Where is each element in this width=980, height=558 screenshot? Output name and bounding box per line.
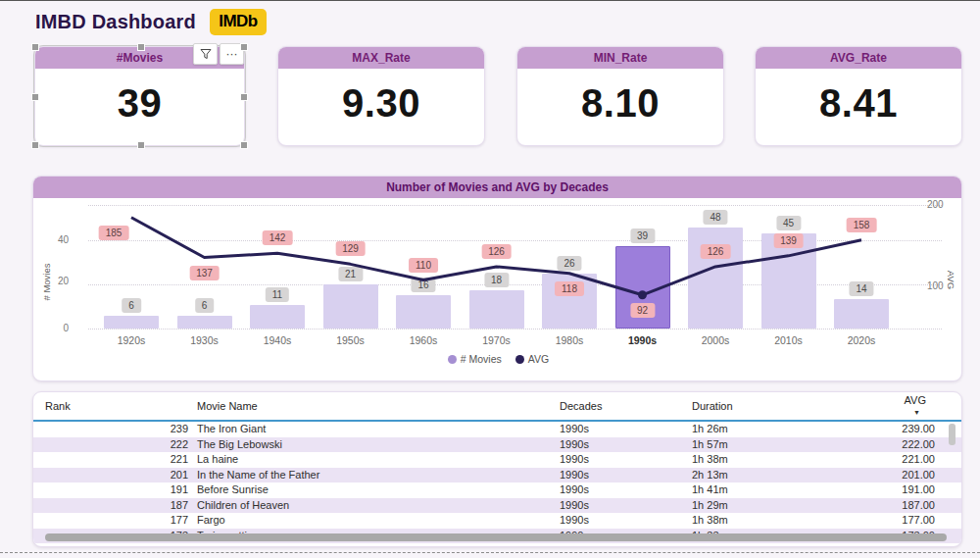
selection-handle[interactable] — [240, 93, 248, 101]
kpi-card-avg-rate-header: AVG_Rate — [756, 47, 961, 69]
bar-1930s[interactable] — [177, 316, 232, 329]
avg-label-1950s: 129 — [335, 241, 366, 256]
movie-cell: The Iron Giant — [190, 422, 560, 437]
avg-cell: 177.00 — [854, 513, 961, 529]
chart-plot-area: # Movies AVG # MoviesAVG 020401002006611… — [33, 198, 963, 380]
movies-label-1990s: 39 — [630, 228, 655, 243]
rank-cell: 239 — [33, 422, 190, 437]
duration-cell: 1h 57m — [692, 437, 854, 453]
kpi-card-min-rate[interactable]: MIN_Rate 8.10 — [516, 46, 724, 146]
selection-handle[interactable] — [31, 141, 39, 149]
decades-cell: 1990s — [560, 437, 692, 453]
legend-item--movies[interactable]: # Movies — [448, 353, 502, 365]
bar-1970s[interactable] — [469, 290, 524, 329]
imdb-logo: IMDb — [210, 9, 267, 35]
avg-cell: 222.00 — [854, 437, 961, 453]
bar-1920s[interactable] — [104, 316, 159, 329]
table-row[interactable]: 191Before Sunrise1990s1h 41m191.00 — [33, 482, 961, 498]
duration-cell: 1h 38m — [692, 513, 854, 529]
column-header-movie[interactable]: Movie Name — [190, 392, 560, 420]
left-axis-tick: 20 — [43, 276, 69, 286]
table-row[interactable]: 187Children of Heaven1990s1h 29m187.00 — [33, 498, 961, 514]
legend-label: AVG — [528, 353, 549, 365]
movies-label-1960s: 16 — [411, 278, 435, 292]
selection-handle[interactable] — [137, 141, 145, 149]
kpi-card-avg-rate-value: 8.41 — [756, 81, 961, 126]
table-row[interactable]: 221La haine1990s1h 38m221.00 — [33, 452, 961, 468]
legend-item-avg[interactable]: AVG — [515, 353, 549, 365]
decades-cell: 1990s — [560, 422, 692, 437]
kpi-card-max-rate[interactable]: MAX_Rate 9.30 — [277, 46, 485, 146]
rank-cell: 222 — [33, 437, 190, 453]
duration-cell: 2h 13m — [692, 468, 854, 483]
vertical-scrollbar[interactable] — [949, 424, 956, 445]
avg-label-1970s: 126 — [481, 244, 512, 259]
column-header-decades[interactable]: Decades — [560, 392, 692, 420]
x-axis-label-1960s: 1960s — [391, 334, 456, 346]
avg-cell: 221.00 — [854, 452, 961, 468]
visual-tools: ··· — [193, 43, 244, 65]
kpi-card-max-rate-value: 9.30 — [278, 81, 484, 126]
selection-handle[interactable] — [31, 93, 39, 101]
x-axis-label-1980s: 1980s — [537, 334, 602, 346]
duration-cell: 1h 38m — [692, 452, 854, 468]
kpi-card-max-rate-header: MAX_Rate — [278, 47, 484, 69]
rank-cell: 221 — [33, 452, 190, 468]
rank-cell: 191 — [33, 482, 190, 498]
avg-label-1990s: 92 — [630, 303, 655, 318]
avg-label-1960s: 110 — [409, 258, 438, 273]
decades-cell: 1990s — [560, 452, 692, 468]
x-axis-label-1950s: 1950s — [318, 334, 383, 346]
bar-2000s[interactable] — [688, 228, 743, 329]
avg-cell: 191.00 — [854, 482, 961, 498]
x-axis-label-1940s: 1940s — [245, 334, 310, 346]
column-header-rank[interactable]: Rank — [33, 392, 190, 420]
kpi-card-min-rate-value: 8.10 — [517, 81, 723, 126]
kpi-card-movies[interactable]: #Movies 39 ··· — [34, 46, 245, 146]
x-axis-label-1930s: 1930s — [172, 334, 237, 346]
avg-label-2010s: 139 — [773, 233, 804, 248]
avg-label-2000s: 126 — [701, 244, 731, 259]
movies-label-1930s: 6 — [195, 298, 215, 313]
selection-handle[interactable] — [240, 43, 248, 51]
table-row[interactable]: 222The Big Lebowski1990s1h 57m222.00 — [33, 437, 961, 453]
movies-label-2020s: 14 — [849, 281, 873, 296]
decades-cell: 1990s — [560, 498, 692, 514]
movie-cell: La haine — [190, 452, 560, 468]
movie-cell: The Big Lebowski — [190, 437, 560, 453]
bar-1960s[interactable] — [396, 295, 451, 329]
legend-dot — [448, 355, 457, 364]
movies-label-1970s: 18 — [484, 273, 509, 287]
selection-handle[interactable] — [240, 141, 248, 149]
chart-legend: # MoviesAVG — [33, 353, 963, 365]
rank-cell: 177 — [33, 513, 190, 529]
movies-label-1950s: 21 — [338, 267, 363, 281]
decades-cell: 1990s — [560, 482, 692, 498]
legend-dot — [515, 355, 524, 364]
table-row[interactable]: 177Fargo1990s1h 38m177.00 — [33, 513, 961, 529]
filter-button[interactable] — [193, 43, 218, 65]
bar-1950s[interactable] — [323, 284, 378, 329]
movie-cell: Fargo — [190, 513, 560, 529]
horizontal-scrollbar[interactable] — [45, 533, 947, 541]
kpi-card-avg-rate[interactable]: AVG_Rate 8.41 — [755, 46, 962, 146]
column-header-duration[interactable]: Duration — [692, 392, 854, 420]
avg-label-2020s: 158 — [847, 218, 877, 232]
avg-cell: 201.00 — [854, 468, 961, 483]
table-row[interactable]: 239The Iron Giant1990s1h 26m239.00 — [33, 422, 961, 437]
selection-handle[interactable] — [31, 43, 39, 51]
selection-handle[interactable] — [137, 43, 145, 51]
movies-label-2010s: 45 — [776, 216, 801, 230]
table-row[interactable]: 201In the Name of the Father1990s2h 13m2… — [33, 468, 961, 483]
page-title: IMBD Dashboard — [35, 11, 196, 33]
table-body: 239The Iron Giant1990s1h 26m239.00222The… — [33, 422, 961, 546]
decades-combo-chart[interactable]: Number of Movies and AVG by Decades # Mo… — [32, 176, 962, 381]
bar-1940s[interactable] — [250, 305, 305, 329]
right-axis-tick: 100 — [927, 280, 960, 291]
column-header-avg[interactable]: AVG ▼ — [854, 392, 961, 420]
bar-2020s[interactable] — [834, 299, 889, 329]
x-axis-label-2010s: 2010s — [757, 334, 821, 346]
avg-label-1920s: 185 — [99, 226, 129, 240]
left-axis-tick: 0 — [43, 323, 69, 333]
movies-label-1940s: 11 — [266, 287, 289, 302]
